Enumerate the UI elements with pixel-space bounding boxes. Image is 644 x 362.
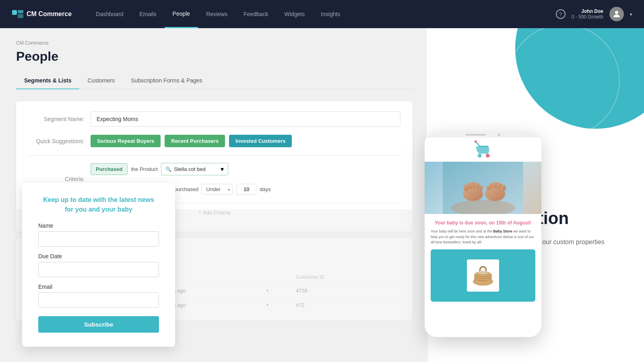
tab-customers[interactable]: Customers <box>79 74 123 89</box>
bg-circle-inner <box>507 24 620 137</box>
svg-point-6 <box>474 140 477 143</box>
due-date-input[interactable] <box>38 262 159 277</box>
quick-suggestions-label: Quick Suggestions: <box>28 138 85 144</box>
user-plan: 0 - 500 Growth <box>572 14 603 20</box>
phone-body-text: Your baby will be here soon and at the B… <box>431 229 535 245</box>
email-label: Email <box>38 284 159 290</box>
criteria-label: Criteria: <box>28 176 85 182</box>
baby-feet-svg <box>443 162 523 214</box>
name-label: Name <box>38 222 159 229</box>
segment-name-row: Segment Name: <box>28 111 400 127</box>
under-select[interactable]: Under Over Exactly <box>202 184 233 195</box>
nav-reviews[interactable]: Reviews <box>198 0 235 28</box>
nav-widgets[interactable]: Widgets <box>277 0 313 28</box>
brand-logo[interactable]: CM Commerce <box>12 10 72 18</box>
logo-icon <box>12 10 23 18</box>
page-title: People <box>16 49 413 64</box>
quick-suggestions-group: Serious Repeat Buyers Recent Purchasers … <box>91 135 292 147</box>
svg-rect-0 <box>12 10 17 15</box>
product-image <box>467 259 499 292</box>
phone-hero-image <box>425 162 541 214</box>
phone-speaker <box>466 134 486 136</box>
help-icon[interactable]: ? <box>556 9 566 19</box>
baby-logo <box>473 140 493 160</box>
svg-point-13 <box>479 185 483 190</box>
quick-suggestions-row: Quick Suggestions: Serious Repeat Buyers… <box>28 135 400 147</box>
phone-content: Your baby is due soon, on 15th of August… <box>425 214 541 308</box>
criteria-row-1: Purchased the Product 🔍 Stella cot bed ▾ <box>91 163 271 175</box>
subscribe-button[interactable]: Subscribe <box>38 316 159 333</box>
search-icon: 🔍 <box>165 167 171 172</box>
tab-segments-lists[interactable]: Segments & Lists <box>16 74 79 89</box>
suggestion-recent-purchasers[interactable]: Recent Purchasers <box>165 135 225 147</box>
user-info: John Doe 0 - 500 Growth <box>572 8 603 20</box>
phone-headline: Your baby is due soon, on 15th of August… <box>431 220 535 226</box>
form-divider <box>28 155 400 156</box>
suggestion-invested-customers[interactable]: Invested Customers <box>229 135 292 147</box>
criteria-product-input-group[interactable]: 🔍 Stella cot bed ▾ <box>161 163 228 175</box>
segment-name-input[interactable] <box>91 111 400 127</box>
avatar[interactable] <box>609 7 624 21</box>
email-field: Email <box>38 284 159 308</box>
tab-subscription-forms[interactable]: Subscription Forms & Pages <box>123 74 210 89</box>
user-avatar-icon <box>612 9 621 19</box>
nav-emails[interactable]: Emails <box>132 0 165 28</box>
suggestion-serious-repeat-buyers[interactable]: Serious Repeat Buyers <box>91 135 161 147</box>
svg-point-3 <box>615 11 618 14</box>
under-select-wrap: Under Over Exactly <box>202 184 233 195</box>
user-name: John Doe <box>572 8 603 14</box>
user-dropdown-arrow[interactable]: ▾ <box>630 12 632 16</box>
brand-name: CM Commerce <box>27 10 72 18</box>
svg-point-5 <box>486 154 490 158</box>
nav-right: ? John Doe 0 - 500 Growth ▾ <box>556 7 632 21</box>
due-date-field: Due Date <box>38 253 159 277</box>
segment-name-label: Segment Name: <box>28 116 85 122</box>
nav-people[interactable]: People <box>165 0 198 28</box>
subscription-title: Keep up to date with the latest newsfor … <box>38 195 159 214</box>
phone-logo-area <box>425 138 541 162</box>
basket-icon <box>471 263 495 288</box>
nav-links: Dashboard Emails People Reviews Feedback… <box>88 0 556 28</box>
purchased-label: purchased <box>174 186 199 192</box>
navbar: CM Commerce Dashboard Emails People Revi… <box>0 0 644 28</box>
days-input[interactable] <box>236 184 256 195</box>
svg-point-22 <box>478 270 488 274</box>
breadcrumb: CM Commerce <box>16 40 413 46</box>
phone-product-area <box>431 249 535 302</box>
criteria-text-product: the Product <box>131 166 158 172</box>
criteria-tag-purchased[interactable]: Purchased <box>91 163 128 175</box>
svg-rect-2 <box>18 14 23 18</box>
due-date-label: Due Date <box>38 253 159 259</box>
name-field: Name <box>38 222 159 247</box>
svg-rect-1 <box>18 10 23 13</box>
nav-feedback[interactable]: Feedback <box>235 0 276 28</box>
phone-top-bar <box>425 132 541 138</box>
criteria-dropdown-arrow: ▾ <box>221 165 224 173</box>
name-input[interactable] <box>38 231 159 247</box>
sub-tabs: Segments & Lists Customers Subscription … <box>16 74 413 89</box>
criteria-product-value: Stella cot bed <box>174 166 218 172</box>
svg-point-19 <box>500 185 506 191</box>
phone-camera <box>498 134 500 136</box>
svg-point-4 <box>478 154 482 158</box>
nav-insights[interactable]: Insights <box>313 0 348 28</box>
stroller-icon <box>473 140 493 160</box>
nav-dashboard[interactable]: Dashboard <box>88 0 132 28</box>
subscription-form-overlay: Keep up to date with the latest newsfor … <box>22 183 175 347</box>
email-input[interactable] <box>38 292 159 308</box>
days-label: days <box>260 186 270 192</box>
phone-mockup: Your baby is due soon, on 15th of August… <box>425 132 541 337</box>
